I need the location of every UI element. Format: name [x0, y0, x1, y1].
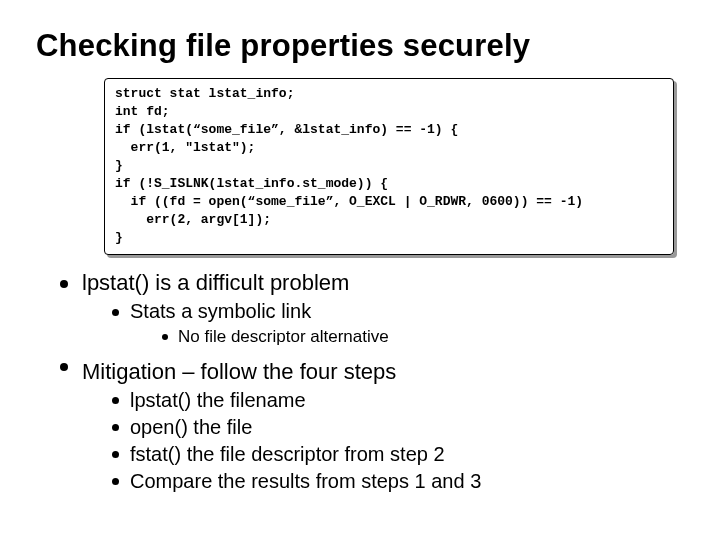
list-item: lpstat() the filename	[112, 388, 684, 413]
bullet-text: Stats a symbolic link	[130, 300, 311, 322]
code-line: struct stat lstat_info;	[115, 86, 294, 101]
code-line: if (lstat(“some_file”, &lstat_info) == -…	[115, 122, 458, 137]
code-line: }	[115, 230, 123, 245]
bullet-text: lpstat() the filename	[130, 389, 306, 411]
list-item: Mitigation – follow the four steps lpsta…	[60, 352, 684, 494]
bullet-subsublist: No file descriptor alternative	[130, 326, 684, 348]
code-block: struct stat lstat_info; int fd; if (lsta…	[104, 78, 674, 255]
list-item: open() the file	[112, 415, 684, 440]
code-line: int fd;	[115, 104, 170, 119]
list-item: Stats a symbolic link No file descriptor…	[112, 299, 684, 348]
bullet-text: lpstat() is a difficult problem	[82, 270, 349, 295]
slide: Checking file properties securely struct…	[0, 0, 720, 540]
list-item: Compare the results from steps 1 and 3	[112, 469, 684, 494]
bullet-text: No file descriptor alternative	[178, 327, 389, 346]
slide-title: Checking file properties securely	[36, 28, 684, 64]
bullet-sublist: lpstat() the filename open() the file fs…	[82, 388, 684, 494]
bullet-text: fstat() the file descriptor from step 2	[130, 443, 445, 465]
code-line: err(2, argv[1]);	[115, 212, 271, 227]
spacer	[82, 352, 684, 358]
bullet-text: open() the file	[130, 416, 252, 438]
bullet-text: Compare the results from steps 1 and 3	[130, 470, 481, 492]
list-item: lpstat() is a difficult problem Stats a …	[60, 269, 684, 348]
code-line: err(1, "lstat");	[115, 140, 255, 155]
code-line: }	[115, 158, 123, 173]
code-line: if (!S_ISLNK(lstat_info.st_mode)) {	[115, 176, 388, 191]
bullet-text: Mitigation – follow the four steps	[82, 359, 396, 384]
bullet-sublist: Stats a symbolic link No file descriptor…	[82, 299, 684, 348]
bullet-list: lpstat() is a difficult problem Stats a …	[36, 269, 684, 493]
list-item: No file descriptor alternative	[162, 326, 684, 348]
code-line: if ((fd = open(“some_file”, O_EXCL | O_R…	[115, 194, 583, 209]
list-item: fstat() the file descriptor from step 2	[112, 442, 684, 467]
